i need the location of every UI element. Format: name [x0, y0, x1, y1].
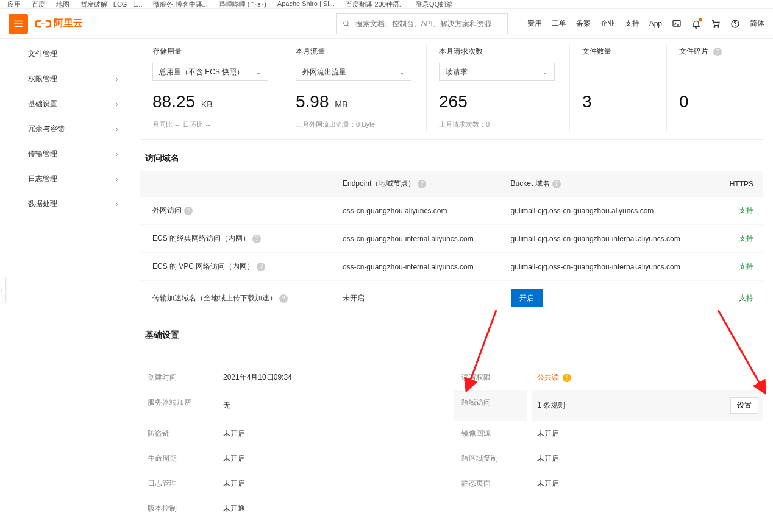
setting-label: 服务器端加密: [140, 390, 213, 421]
nav-terminal-icon[interactable]: [672, 19, 682, 29]
setting-label: 镜像回源: [454, 421, 527, 446]
setting-label: 生命周期: [140, 446, 213, 471]
svg-point-7: [714, 26, 715, 27]
nav-lang[interactable]: 简体: [750, 18, 764, 29]
setting-value: [532, 496, 763, 521]
stat-fragments: 文件碎片? 0: [667, 44, 763, 132]
help-icon[interactable]: ?: [279, 294, 288, 303]
sidebar-item-basic-settings[interactable]: 基础设置›: [0, 91, 130, 116]
setting-label: 创建时间: [140, 365, 213, 390]
search-box[interactable]: [336, 13, 508, 34]
bookmark[interactable]: Apache Shiro | Si...: [277, 0, 335, 7]
bookmark[interactable]: 百度: [32, 0, 45, 9]
bucket-cell: gulimall-cjg.oss-cn-guangzhou-internal.a…: [504, 253, 716, 281]
nav-cart-icon[interactable]: [711, 19, 721, 29]
sidebar-item-permissions[interactable]: 权限管理›: [0, 66, 130, 91]
basic-section: 基础设置 创建时间2021年4月10日09:34读写权限公共读!服务器端加密无跨…: [130, 316, 773, 521]
section-title: 访问域名: [145, 153, 763, 164]
stat-requests-select[interactable]: 读请求⌄: [439, 63, 555, 81]
sidebar-item-redundancy[interactable]: 冗余与容错›: [0, 116, 130, 141]
content: 存储用量 总用量（不含 ECS 快照）⌄ 88.25 KB 月同比-- 日环比-…: [130, 39, 773, 532]
expand-handle[interactable]: ›: [0, 277, 6, 303]
setting-value: 未开启: [532, 471, 763, 496]
help-icon[interactable]: ?: [257, 263, 265, 271]
row-label: 外网访问: [152, 206, 182, 215]
nav-support[interactable]: 支持: [625, 18, 639, 29]
endpoint-cell: oss-cn-guangzhou-internal.aliyuncs.com: [335, 253, 504, 281]
stat-value: 265: [439, 92, 555, 112]
bookmark[interactable]: 微服务 博客中译...: [153, 0, 207, 9]
help-icon[interactable]: ?: [552, 180, 561, 188]
stat-title: 本月流量: [296, 46, 411, 57]
nav-bell-icon[interactable]: [691, 19, 701, 29]
table-row: 传输加速域名（全地域上传下载加速）?未开启开启支持: [140, 281, 763, 316]
logo-text: 阿里云: [54, 17, 83, 30]
nav-ticket[interactable]: 工单: [552, 18, 566, 29]
warning-icon: !: [563, 374, 571, 382]
https-status: 支持: [739, 294, 753, 302]
help-icon[interactable]: ?: [184, 207, 193, 215]
nav-fee[interactable]: 费用: [527, 18, 542, 29]
help-icon[interactable]: ?: [252, 235, 261, 243]
bookmark[interactable]: 应用: [7, 0, 21, 9]
bucket-cell: 开启: [504, 281, 716, 316]
col-endpoint: Endpoint（地域节点）: [343, 179, 415, 188]
chevron-right-icon: ›: [116, 125, 118, 133]
chevron-down-icon: ⌄: [542, 68, 548, 76]
setting-label: 跨区域复制: [454, 446, 527, 471]
chevron-right-icon: ›: [116, 150, 118, 158]
chevron-right-icon: ›: [116, 175, 118, 183]
enable-button[interactable]: 开启: [511, 289, 543, 307]
setting-value: 未开启: [532, 421, 763, 446]
search-icon: [343, 20, 351, 28]
domain-section: 访问域名 Endpoint（地域节点）? Bucket 域名? HTTPS 外网…: [130, 140, 773, 316]
svg-point-10: [735, 25, 736, 26]
stat-title: 本月请求次数: [439, 46, 555, 57]
stat-title: 文件碎片: [679, 46, 708, 57]
setting-label: [454, 496, 527, 521]
row-label: ECS 的经典网络访问（内网）: [152, 234, 250, 243]
table-row: 外网访问?oss-cn-guangzhou.aliyuncs.comgulima…: [140, 197, 763, 225]
nav-help-icon[interactable]: [730, 19, 740, 29]
setting-value: 未开启: [218, 471, 449, 496]
stat-unit: MB: [335, 99, 347, 109]
bookmark[interactable]: 登录QQ邮箱: [416, 0, 453, 9]
bookmark[interactable]: 百度翻译-200种语...: [346, 0, 405, 9]
setting-label: 防盗链: [140, 421, 213, 446]
stat-traffic: 本月流量 外网流出流量⌄ 5.98 MB 上月外网流出流量：0 Byte: [283, 44, 427, 132]
aliyun-logo-icon: [35, 18, 51, 30]
table-row: ECS 的经典网络访问（内网）?oss-cn-guangzhou-interna…: [140, 225, 763, 253]
nav-beian[interactable]: 备案: [576, 18, 591, 29]
bookmark[interactable]: 地图: [56, 0, 69, 9]
domain-table: Endpoint（地域节点）? Bucket 域名? HTTPS 外网访问?os…: [140, 171, 763, 316]
stat-value: 5.98: [296, 92, 329, 111]
bookmark[interactable]: 暂发破解 - LCG - L...: [80, 0, 142, 9]
menu-button[interactable]: [9, 14, 28, 34]
sidebar-item-files[interactable]: 文件管理: [0, 41, 130, 66]
endpoint-cell: oss-cn-guangzhou-internal.aliyuncs.com: [335, 225, 504, 253]
setting-label: 日志管理: [140, 471, 213, 496]
stat-traffic-select[interactable]: 外网流出流量⌄: [296, 63, 411, 81]
row-label: ECS 的 VPC 网络访问（内网）: [152, 262, 254, 271]
stat-storage-select[interactable]: 总用量（不含 ECS 快照）⌄: [152, 63, 268, 81]
logo[interactable]: 阿里云: [35, 17, 83, 30]
help-icon[interactable]: ?: [713, 48, 722, 56]
chevron-right-icon: ›: [116, 100, 118, 108]
stat-value: 0: [679, 92, 749, 112]
svg-line-12: [718, 310, 764, 392]
nav-app[interactable]: App: [649, 20, 662, 28]
stat-storage: 存储用量 总用量（不含 ECS 快照）⌄ 88.25 KB 月同比-- 日环比-…: [140, 44, 283, 132]
setting-value: 2021年4月10日09:34: [218, 365, 449, 390]
svg-line-4: [347, 24, 349, 26]
sidebar: 文件管理 权限管理› 基础设置› 冗余与容错› 传输管理› 日志管理› 数据处理…: [0, 39, 130, 532]
nav-enterprise[interactable]: 企业: [600, 18, 615, 29]
sidebar-item-data-processing[interactable]: 数据处理›: [0, 191, 130, 216]
search-input[interactable]: [355, 20, 501, 28]
sidebar-item-transfer[interactable]: 传输管理›: [0, 141, 130, 166]
endpoint-cell: oss-cn-guangzhou.aliyuncs.com: [335, 197, 504, 225]
help-icon[interactable]: ?: [418, 180, 426, 188]
annotation-arrow-2: [712, 310, 773, 402]
bookmark[interactable]: 哔哩哔哩 ( ˘･з･): [219, 0, 266, 9]
https-status: 支持: [739, 206, 753, 215]
sidebar-item-logs[interactable]: 日志管理›: [0, 166, 130, 191]
